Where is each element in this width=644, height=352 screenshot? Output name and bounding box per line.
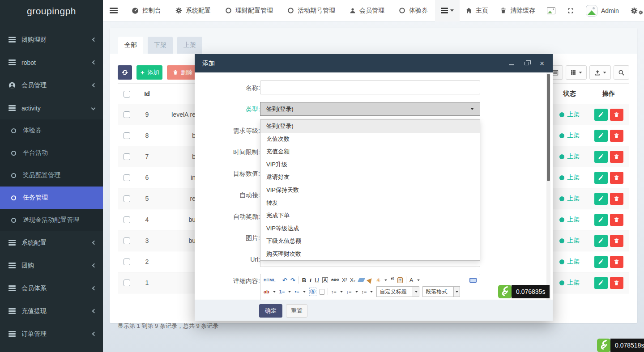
delete-row-button[interactable] [610,214,623,226]
edit-button[interactable] [594,256,608,268]
edit-button[interactable] [594,151,608,163]
delete-row-button[interactable] [610,256,623,268]
redo-icon[interactable]: ↷ [290,277,295,283]
heading-select-caret[interactable] [413,286,419,297]
dropdown-option[interactable]: 转发 [260,196,480,209]
paste-text-icon[interactable]: T [397,277,403,283]
maximize-button[interactable] [524,60,530,67]
delete-row-button[interactable] [610,277,623,289]
nav-finance-config[interactable]: 理财配置管理 [218,0,280,21]
autotype-icon[interactable]: ✳ [376,277,381,283]
undo-icon[interactable]: ↶ [282,277,287,283]
sidebar-subitem-prize-config[interactable]: 奖品配置管理 [0,164,103,187]
font-border-button[interactable]: A [322,277,328,283]
sidebar-item-group-finance[interactable]: 团购理财 [0,28,103,51]
row-checkbox[interactable] [124,153,130,160]
sidebar-item-recharge-withdraw[interactable]: 充值提现 [0,300,103,322]
dropdown-option[interactable]: 充值次数 [260,133,480,146]
html-source-button[interactable]: HTML [264,278,276,282]
refresh-button[interactable] [118,65,132,80]
nav-system-config[interactable]: 系统配置 [168,0,218,21]
row-checkbox[interactable] [124,259,130,265]
nav-activity-period[interactable]: 活动期号管理 [280,0,342,21]
ordered-list-button[interactable]: 1≡ [279,289,285,294]
font-color-button[interactable]: A [409,277,414,283]
underline-button[interactable]: U [315,277,319,283]
sidebar-item-robot[interactable]: robot [0,51,103,74]
confirm-button[interactable]: 确定 [259,304,282,318]
tab-offline[interactable]: 下架 [148,37,173,54]
edit-button[interactable] [594,235,608,247]
row-checkbox[interactable] [124,111,130,118]
row-checkbox[interactable] [124,132,130,139]
reset-button[interactable]: 重置 [286,304,307,318]
minimize-button[interactable] [508,60,515,67]
subscript-button[interactable]: X₂ [350,278,355,283]
sidebar-item-activity[interactable]: activity [0,97,103,119]
sidebar-item-member-system[interactable]: 会员体系 [0,277,103,300]
dropdown-option[interactable]: 下级充值总额 [260,235,480,248]
sidebar-item-order-management[interactable]: 订单管理 [0,322,103,345]
dropdown-option[interactable]: 充值金额 [260,145,480,158]
columns-button[interactable] [566,65,587,80]
eraser-icon[interactable] [358,278,365,282]
edit-button[interactable] [594,193,608,205]
sidebar-item-system-config[interactable]: 系统配置 [0,231,103,254]
sidebar-item-groupbuy[interactable]: 团购 [0,254,103,277]
sidebar-toggle-button[interactable] [103,0,124,21]
fullscreen-editor-icon[interactable] [469,278,477,283]
nav-language-button[interactable] [541,0,561,21]
dropdown-option[interactable]: 签到(登录) [260,120,480,133]
search-button[interactable] [614,65,629,80]
sidebar-subitem-task-management[interactable]: 任务管理 [0,187,103,209]
fullscreen-button[interactable] [561,0,580,21]
scrollbar-thumb[interactable] [547,74,550,181]
bold-button[interactable]: B [302,277,306,283]
paragraph-format-select[interactable]: 段落格式 [422,286,454,297]
dropdown-option[interactable]: VIP等级达成 [260,222,480,235]
delete-row-button[interactable] [610,235,623,247]
nav-members[interactable]: 会员管理 [342,0,392,21]
sidebar-item-members[interactable]: 会员管理 [0,74,103,97]
nav-list-dropdown-button[interactable] [435,0,460,21]
blockquote-button[interactable]: “ [391,276,394,284]
delete-row-button[interactable] [610,193,623,205]
tab-online[interactable]: 上架 [177,37,202,54]
delete-row-button[interactable] [610,109,623,121]
row-checkbox[interactable] [124,280,130,286]
edit-button[interactable] [594,277,608,289]
dialog-header[interactable]: 添加 × [195,54,553,72]
dropdown-option[interactable]: VIP升级 [260,158,480,171]
row-checkbox[interactable] [124,237,130,244]
nav-dashboard[interactable]: 控制台 [124,0,168,21]
nav-clear-cache[interactable]: 清除缓存 [494,0,541,21]
dropdown-option[interactable]: VIP保持天数 [260,184,480,197]
format-brush-icon[interactable] [367,276,374,284]
sidebar-subitem-platform-activity[interactable]: 平台活动 [0,142,103,164]
paragraph-format-caret[interactable] [454,286,460,297]
anchor-button[interactable]: ⓐ [309,288,316,296]
add-button[interactable]: 添加 [136,65,162,80]
nav-coupon[interactable]: 体验券 [392,0,435,21]
edit-button[interactable] [594,109,608,121]
settings-button[interactable] [625,0,644,21]
edit-button[interactable] [594,130,608,142]
dropdown-option[interactable]: 完成下单 [260,209,480,222]
highlight-button[interactable]: ab [264,289,269,294]
paragraph-space-bottom-button[interactable]: ↓≡ [346,289,352,294]
tab-all[interactable]: 全部 [118,37,143,54]
delete-row-button[interactable] [610,172,623,184]
row-checkbox[interactable] [124,195,130,202]
dialog-scrollbar[interactable] [546,72,550,300]
nav-home[interactable]: 主页 [460,0,494,21]
type-select[interactable]: 签到(登录) [260,102,480,116]
heading-select[interactable]: 自定义标题 [376,286,413,297]
export-button[interactable] [589,65,611,80]
new-page-icon[interactable] [320,289,324,295]
user-menu[interactable]: Admin [580,0,625,21]
paragraph-space-top-button[interactable]: ↑≡ [331,289,337,294]
superscript-button[interactable]: X² [342,278,347,283]
row-checkbox[interactable] [124,216,130,223]
name-input[interactable] [260,81,480,94]
close-icon[interactable]: × [539,60,545,67]
